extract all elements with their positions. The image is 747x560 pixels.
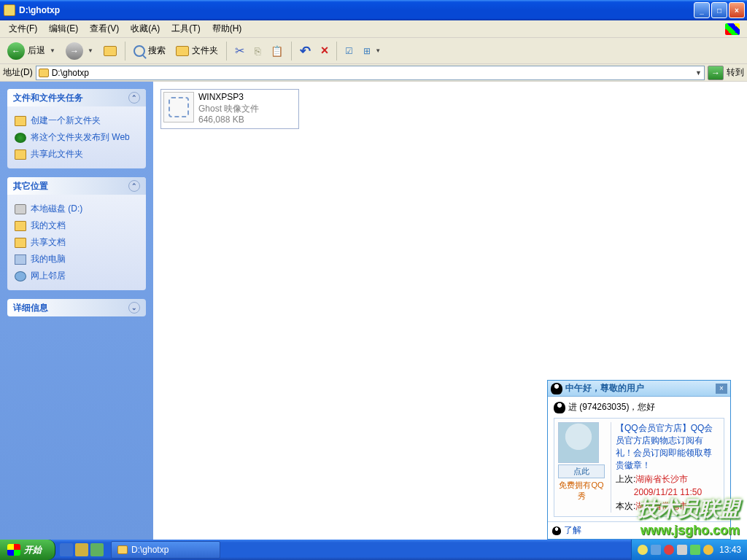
folder-up-icon <box>104 46 117 56</box>
computer-icon <box>15 254 26 265</box>
back-label: 后退 <box>28 44 45 57</box>
qq-more-link[interactable]: 了解 <box>564 524 581 537</box>
views-button[interactable]: ⊞▼ <box>359 40 385 62</box>
share-icon <box>15 149 26 160</box>
file-type: Ghost 映像文件 <box>198 104 259 115</box>
menu-help[interactable]: 帮助(H) <box>206 20 248 37</box>
tray-icon[interactable] <box>677 545 687 555</box>
tasks-panel: 文件和文件夹任务 ⌃ 创建一个新文件夹 将这个文件夹发布到 Web 共享此文件夹 <box>7 89 146 168</box>
qq-this-row: 本次:湖南省常德市 <box>616 500 720 513</box>
start-button[interactable]: 开始 <box>0 540 55 560</box>
menu-tools[interactable]: 工具(T) <box>166 20 206 37</box>
forward-icon: → <box>66 42 83 60</box>
clock[interactable]: 13:43 <box>719 545 741 555</box>
address-bar: 地址(D) D:\ghotxp ▼ → 转到 <box>0 64 747 82</box>
folder-icon <box>15 116 26 126</box>
search-icon <box>133 45 145 57</box>
copy-button[interactable]: ⎘ <box>250 40 265 62</box>
qq-message: 【QQ会员官方店】QQ会员官方店购物志订阅有礼！会员订阅即能领取尊贵徽章！ 上次… <box>611 422 720 513</box>
details-panel: 详细信息 ⌄ <box>7 299 146 316</box>
folders-button[interactable]: 文件夹 <box>171 40 222 62</box>
folder-icon <box>4 4 15 16</box>
folder-icon <box>15 221 26 231</box>
qq-avatar-button[interactable]: 点此 <box>558 464 605 478</box>
qq-bottom-bar: 了解 <box>548 521 730 539</box>
qq-avatar-sub[interactable]: 免费拥有QQ秀 <box>558 480 605 502</box>
tray-icon[interactable] <box>651 545 661 555</box>
paste-button[interactable]: 📋 <box>266 40 287 62</box>
menu-bar: 文件(F) 编辑(E) 查看(V) 收藏(A) 工具(T) 帮助(H) <box>0 20 747 38</box>
folder-icon <box>39 69 49 77</box>
folder-icon <box>176 46 189 56</box>
menu-edit[interactable]: 编辑(E) <box>43 20 84 37</box>
menu-view[interactable]: 查看(V) <box>84 20 125 37</box>
details-header[interactable]: 详细信息 ⌄ <box>7 299 146 316</box>
qq-promo-link[interactable]: 【QQ会员官方店】QQ会员官方店购物志订阅有礼！会员订阅即能领取尊贵徽章！ <box>616 422 720 471</box>
qq-last-time: 2009/11/21 11:50 <box>616 486 720 499</box>
qq-close-button[interactable]: × <box>716 384 727 394</box>
menu-favorites[interactable]: 收藏(A) <box>125 20 166 37</box>
tray-icon[interactable] <box>690 545 700 555</box>
go-label: 转到 <box>727 66 744 79</box>
task-share[interactable]: 共享此文件夹 <box>15 146 139 163</box>
chevron-up-icon: ⌃ <box>128 180 140 192</box>
file-item[interactable]: WINXPSP3 Ghost 映像文件 646,088 KB <box>160 89 299 129</box>
chevron-down-icon: ▼ <box>375 47 381 54</box>
taskbar: 开始 D:\ghotxp 13:43 <box>0 540 747 560</box>
qq-penguin-icon <box>551 383 562 394</box>
chevron-down-icon: ⌄ <box>128 302 140 314</box>
task-publish[interactable]: 将这个文件夹发布到 Web <box>15 129 139 146</box>
folder-icon <box>117 545 128 554</box>
place-my-docs[interactable]: 我的文档 <box>15 217 139 234</box>
ie-icon[interactable] <box>60 543 73 556</box>
forward-button[interactable]: → ▼ <box>61 40 98 62</box>
chevron-down-icon: ▼ <box>88 47 93 54</box>
qq-titlebar: 中午好，尊敬的用户 × <box>548 381 730 397</box>
back-button[interactable]: ← 后退 ▼ <box>3 40 60 62</box>
taskbar-item-explorer[interactable]: D:\ghotxp <box>111 541 220 559</box>
minimize-button[interactable]: _ <box>694 2 710 18</box>
tasks-header[interactable]: 文件和文件夹任务 ⌃ <box>7 89 146 106</box>
cut-button[interactable]: ✂ <box>231 40 249 62</box>
address-label: 地址(D) <box>3 66 33 79</box>
other-body: 本地磁盘 (D:) 我的文档 共享文档 我的电脑 网上邻居 <box>7 195 146 290</box>
app-icon[interactable] <box>90 543 104 556</box>
place-my-computer[interactable]: 我的电脑 <box>15 251 139 268</box>
place-network[interactable]: 网上邻居 <box>15 268 139 284</box>
qq-last-row: 上次:湖南省长沙市 <box>616 473 720 486</box>
properties-button[interactable]: ☑ <box>341 40 357 62</box>
up-button[interactable] <box>99 40 121 62</box>
file-name: WINXPSP3 <box>198 92 259 104</box>
delete-button[interactable]: × <box>317 40 333 62</box>
tray-icon[interactable] <box>638 545 648 555</box>
copy-icon: ⎘ <box>255 45 260 57</box>
qq-penguin-icon <box>554 402 565 413</box>
address-input[interactable]: D:\ghotxp ▼ <box>36 66 705 80</box>
views-icon: ⊞ <box>363 46 371 56</box>
task-new-folder[interactable]: 创建一个新文件夹 <box>15 112 139 129</box>
tray-icon[interactable] <box>664 545 674 555</box>
qq-notification-popup: 中午好，尊敬的用户 × 进 (974263035)，您好 点此 免费拥有QQ秀 … <box>547 380 731 540</box>
other-header[interactable]: 其它位置 ⌃ <box>7 177 146 195</box>
tray-icon[interactable] <box>703 545 713 555</box>
taskbar-item-label: D:\ghotxp <box>131 545 169 555</box>
menu-file[interactable]: 文件(F) <box>3 20 43 37</box>
qq-content: 点此 免费拥有QQ秀 【QQ会员官方店】QQ会员官方店购物志订阅有礼！会员订阅即… <box>554 418 724 517</box>
undo-button[interactable]: ↶ <box>295 40 315 62</box>
window-controls: _ □ × <box>694 2 745 18</box>
desktop-icon[interactable] <box>75 543 88 556</box>
separator <box>336 42 337 61</box>
search-button[interactable]: 搜索 <box>129 40 170 62</box>
scissors-icon: ✂ <box>235 44 244 58</box>
chevron-down-icon: ▼ <box>50 47 55 54</box>
place-local-disk[interactable]: 本地磁盘 (D:) <box>15 201 139 217</box>
ghost-file-icon <box>163 92 194 122</box>
properties-icon: ☑ <box>345 46 353 56</box>
go-button[interactable]: → <box>708 66 724 80</box>
chevron-down-icon[interactable]: ▼ <box>695 69 702 77</box>
place-shared-docs[interactable]: 共享文档 <box>15 234 139 251</box>
close-button[interactable]: × <box>729 2 745 18</box>
system-tray: 13:43 <box>631 540 747 560</box>
quick-launch <box>55 543 108 556</box>
maximize-button[interactable]: □ <box>711 2 727 18</box>
